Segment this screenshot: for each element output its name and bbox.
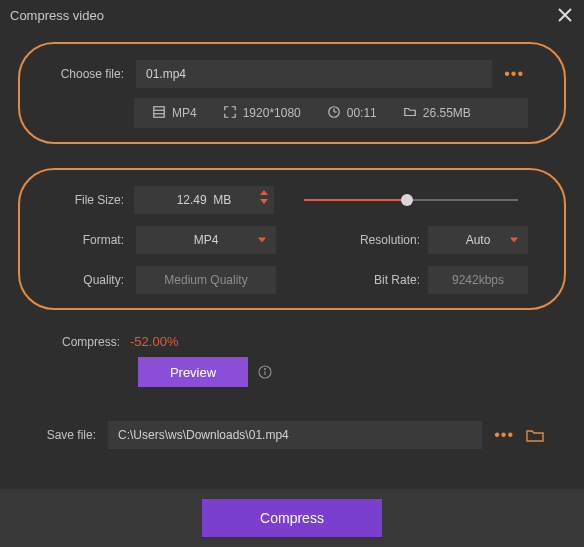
meta-duration-value: 00:11: [347, 106, 377, 120]
file-size-label: File Size:: [56, 193, 128, 207]
open-folder-icon[interactable]: [526, 428, 544, 442]
choose-file-label: Choose file:: [56, 67, 128, 81]
svg-point-10: [265, 369, 266, 370]
format-select[interactable]: MP4: [136, 226, 276, 254]
chevron-down-icon: [258, 238, 266, 243]
bitrate-label: Bit Rate:: [352, 273, 420, 287]
compress-percent-row: Compress: -52.00%: [62, 334, 566, 349]
titlebar: Compress video: [0, 0, 584, 30]
save-file-label: Save file:: [40, 428, 100, 442]
resolution-label: Resolution:: [352, 233, 420, 247]
bitrate-readonly: 9242kbps: [428, 266, 528, 294]
quality-readonly: Medium Quality: [136, 266, 276, 294]
format-value: MP4: [194, 233, 219, 247]
slider-thumb[interactable]: [401, 194, 413, 206]
save-path-input[interactable]: [108, 421, 482, 449]
file-path-input[interactable]: [136, 60, 492, 88]
browse-file-button[interactable]: •••: [500, 65, 528, 83]
expand-icon: [223, 105, 237, 122]
resolution-value: Auto: [466, 233, 491, 247]
save-file-row: Save file: •••: [40, 421, 544, 449]
meta-resolution-value: 1920*1080: [243, 106, 301, 120]
file-size-value: 12.49: [177, 193, 207, 207]
stepper-arrows-icon[interactable]: [260, 190, 268, 204]
meta-duration: 00:11: [327, 105, 377, 122]
chevron-down-icon: [510, 238, 518, 243]
meta-size: 26.55MB: [403, 105, 471, 122]
meta-size-value: 26.55MB: [423, 106, 471, 120]
quality-label: Quality:: [56, 273, 128, 287]
settings-section: File Size: 12.49 MB Format: MP4: [18, 168, 566, 310]
close-icon[interactable]: [556, 6, 574, 24]
resolution-select[interactable]: Auto: [428, 226, 528, 254]
compress-button[interactable]: Compress: [202, 499, 382, 537]
file-size-stepper[interactable]: 12.49 MB: [134, 186, 274, 214]
format-label: Format:: [56, 233, 128, 247]
svg-rect-2: [154, 106, 165, 117]
compress-label: Compress:: [62, 335, 120, 349]
film-icon: [152, 105, 166, 122]
clock-icon: [327, 105, 341, 122]
info-icon[interactable]: [258, 365, 272, 379]
meta-format: MP4: [152, 105, 197, 122]
file-size-unit: MB: [213, 193, 231, 207]
compress-value: -52.00%: [130, 334, 178, 349]
meta-format-value: MP4: [172, 106, 197, 120]
browse-save-button[interactable]: •••: [490, 426, 518, 444]
file-meta-bar: MP4 1920*1080 00:11 26.55MB: [134, 98, 528, 128]
meta-resolution: 1920*1080: [223, 105, 301, 122]
folder-icon: [403, 105, 417, 122]
preview-button[interactable]: Preview: [138, 357, 248, 387]
size-slider[interactable]: [304, 190, 518, 210]
choose-file-section: Choose file: ••• MP4 1920*1080 00:11 26.…: [18, 42, 566, 144]
window-title: Compress video: [10, 8, 556, 23]
footer: Compress: [0, 489, 584, 547]
